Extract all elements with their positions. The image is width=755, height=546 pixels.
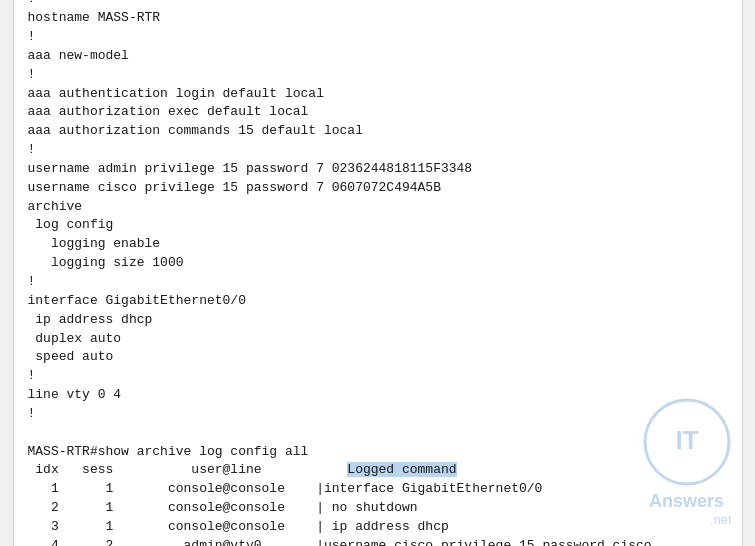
line-13: archive: [28, 199, 83, 214]
line-18: interface GigabitEthernet0/0: [28, 293, 246, 308]
line-8: aaa authorization exec default local: [28, 104, 309, 119]
line-17: !: [28, 274, 36, 289]
line-6: !: [28, 67, 36, 82]
line-12: username cisco privilege 15 password 7 0…: [28, 180, 441, 195]
line-2: !: [28, 0, 36, 6]
line-15: logging enable: [28, 236, 161, 251]
line-7: aaa authentication login default local: [28, 86, 324, 101]
line-22: !: [28, 368, 36, 383]
line-20: duplex auto: [28, 331, 122, 346]
line-26: idx sess user@line Logged command: [28, 462, 457, 477]
line-9: aaa authorization commands 15 default lo…: [28, 123, 363, 138]
line-10: !: [28, 142, 36, 157]
line-5: aaa new-model: [28, 48, 129, 63]
line-3: hostname MASS-RTR: [28, 10, 161, 25]
line-30: 4 2 admin@vty0 |username cisco privilege…: [28, 538, 652, 546]
terminal-window: MASS-RTR#show running-config ! hostname …: [13, 0, 743, 546]
line-28: 2 1 console@console | no shutdown: [28, 500, 418, 515]
line-21: speed auto: [28, 349, 114, 364]
line-24: !: [28, 406, 36, 421]
terminal-content: MASS-RTR#show running-config ! hostname …: [28, 0, 728, 546]
line-19: ip address dhcp: [28, 312, 153, 327]
line-23: line vty 0 4: [28, 387, 122, 402]
line-4: !: [28, 29, 36, 44]
line-29: 3 1 console@console | ip address dhcp: [28, 519, 449, 534]
line-14: log config: [28, 217, 114, 232]
line-25: MASS-RTR#show archive log config all: [28, 444, 309, 459]
line-11: username admin privilege 15 password 7 0…: [28, 161, 473, 176]
line-16: logging size 1000: [28, 255, 184, 270]
line-27: 1 1 console@console |interface GigabitEt…: [28, 481, 543, 496]
